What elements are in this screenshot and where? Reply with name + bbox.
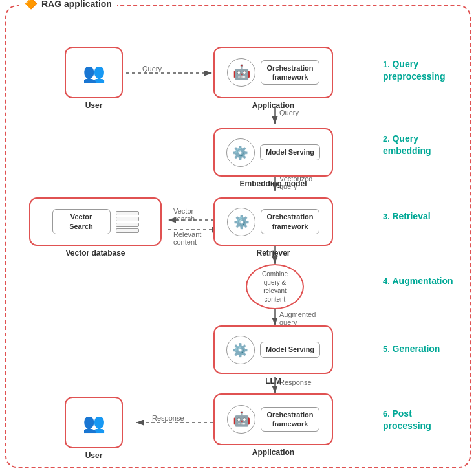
retriever-title: Orchestrationframework (261, 209, 319, 234)
step-4-label: 4. Augmentation (383, 275, 460, 287)
user-bottom-node: 👥 User (65, 397, 123, 448)
embedding-model-label: Embedding model (215, 179, 332, 188)
label-augmented-query: Augmentedquery (279, 311, 316, 326)
label-response-bottom: Response (152, 414, 184, 422)
user-bottom-icon-area: 👥 (83, 412, 105, 434)
vector-search-title: Vector Search (52, 209, 111, 234)
orchestration-app-bottom-node: 🤖 Orchestrationframework Application (213, 393, 333, 445)
user-top-node: 👥 User (65, 47, 123, 98)
vdb-icon (116, 211, 139, 233)
label-query-top: Query (142, 65, 162, 72)
llm-title: Model Serving (260, 342, 320, 357)
orchestration-top-icon: 🤖 (227, 58, 255, 87)
step-3-label: 3. Retrieval (383, 210, 460, 223)
llm-node: ⚙️ Model Serving LLM (213, 325, 333, 374)
orchestration-bottom-subtitle: Application (215, 448, 332, 457)
retriever-node: ⚙️ Orchestrationframework Retriever (213, 197, 333, 246)
rag-icon: 🔶 (25, 0, 38, 10)
retriever-icon: ⚙️ (227, 208, 255, 236)
orchestration-app-top-node: 🤖 Orchestrationframework Application (213, 47, 333, 98)
step-2-label: 2. Queryembedding (383, 133, 460, 157)
user-top-icon-area: 👥 (83, 62, 105, 83)
orchestration-top-title: Orchestrationframework (261, 60, 319, 85)
combine-circle: Combinequery &relevantcontent (246, 264, 304, 309)
orchestration-bottom-icon: 🤖 (227, 405, 255, 434)
vector-db-label: Vector database (30, 248, 160, 258)
orchestration-bottom-title: Orchestrationframework (261, 407, 319, 432)
rag-label: 🔶 RAG application (19, 0, 117, 10)
llm-icon: ⚙️ (226, 336, 255, 364)
user-bottom-label: User (66, 451, 122, 460)
label-relevant-content: Relevantcontent (173, 230, 201, 246)
step-6-label: 6. Postprocessing (383, 408, 460, 432)
embedding-model-node: ⚙️ Model Serving Embedding model (213, 128, 333, 177)
user-top-label: User (66, 101, 122, 110)
label-vector-search: Vectorsearch (173, 207, 195, 223)
orchestration-top-subtitle: Application (215, 101, 332, 110)
embedding-model-title: Model Serving (260, 144, 320, 160)
embedding-model-icon: ⚙️ (226, 138, 255, 167)
diagram-container: 🔶 RAG application Query (5, 5, 471, 468)
llm-label: LLM (215, 377, 332, 386)
retriever-label: Retriever (215, 248, 332, 258)
vector-db-node: Vector Search Vector database (29, 197, 162, 246)
user-bottom-icon: 👥 (83, 412, 105, 434)
step-1-label: 1. Querypreprocessing (383, 58, 460, 82)
user-top-icon: 👥 (83, 62, 105, 83)
step-5-label: 5. Generation (383, 343, 460, 355)
